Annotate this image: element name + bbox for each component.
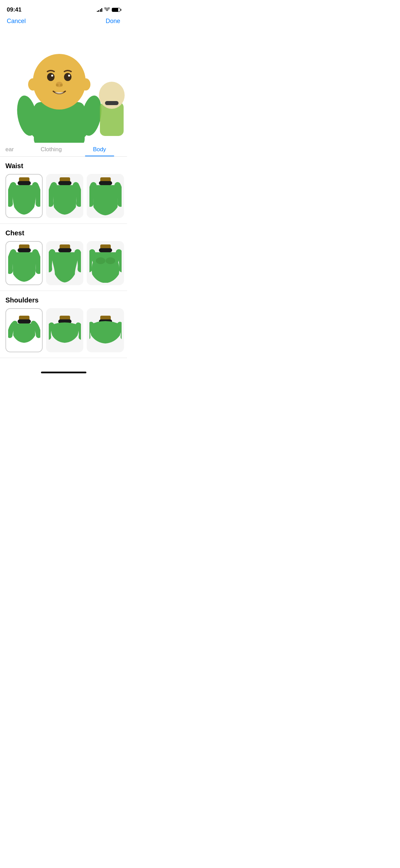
section-waist: Waist — [0, 157, 127, 224]
nav-bar: Cancel Done — [0, 15, 127, 27]
svg-rect-20 — [18, 181, 31, 185]
section-chest-title: Chest — [0, 229, 127, 241]
svg-point-9 — [47, 73, 55, 81]
status-bar: 09:41 — [0, 0, 127, 15]
svg-rect-34 — [18, 319, 31, 323]
status-time: 09:41 — [7, 6, 21, 13]
svg-point-14 — [56, 84, 59, 86]
waist-option-1[interactable] — [5, 174, 43, 218]
svg-rect-24 — [99, 181, 112, 185]
battery-icon — [112, 8, 120, 12]
svg-rect-28 — [58, 248, 71, 252]
svg-rect-30 — [99, 248, 112, 252]
wifi-icon — [104, 7, 110, 13]
svg-point-12 — [68, 75, 70, 77]
chest-options-row — [0, 241, 127, 291]
svg-point-8 — [81, 78, 90, 91]
cancel-button[interactable]: Cancel — [7, 18, 26, 25]
tab-headwear[interactable]: ear — [3, 143, 27, 156]
svg-rect-22 — [58, 181, 71, 185]
section-shoulders: Shoulders — [0, 291, 127, 358]
tab-bar: ear Clothing Body — [0, 143, 127, 157]
avatar-main — [15, 38, 103, 143]
tab-body[interactable]: Body — [76, 143, 124, 156]
shoulders-option-2[interactable] — [46, 308, 83, 352]
shoulders-option-1[interactable] — [5, 308, 43, 352]
avatar-preview — [0, 27, 127, 143]
home-indicator — [41, 372, 86, 373]
status-icons — [97, 7, 121, 13]
avatar-side — [95, 68, 127, 136]
section-chest: Chest — [0, 224, 127, 291]
waist-options-row — [0, 174, 127, 223]
svg-point-31 — [96, 257, 105, 264]
section-shoulders-title: Shoulders — [0, 296, 127, 308]
shoulders-option-3[interactable] — [87, 308, 124, 352]
chest-option-2[interactable] — [46, 241, 83, 285]
waist-option-3[interactable] — [87, 174, 124, 218]
chest-option-3[interactable] — [87, 241, 124, 285]
section-waist-title: Waist — [0, 162, 127, 174]
svg-point-11 — [51, 75, 53, 77]
svg-point-7 — [28, 78, 38, 91]
chest-option-1[interactable] — [5, 241, 43, 285]
content-area: Waist — [0, 157, 127, 368]
svg-rect-18 — [105, 101, 119, 105]
svg-rect-26 — [18, 248, 31, 252]
done-button[interactable]: Done — [106, 18, 120, 25]
svg-point-15 — [60, 84, 63, 86]
shoulders-options-row — [0, 308, 127, 358]
svg-point-10 — [64, 73, 71, 81]
svg-point-32 — [106, 257, 115, 264]
waist-option-2[interactable] — [46, 174, 83, 218]
signal-icon — [97, 8, 103, 12]
tab-clothing[interactable]: Clothing — [27, 143, 76, 156]
